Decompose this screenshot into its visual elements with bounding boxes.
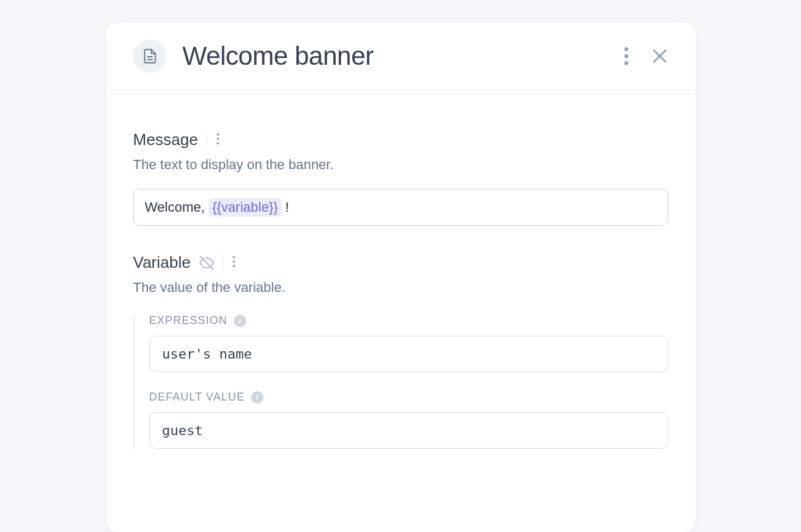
expression-label: EXPRESSION (149, 314, 228, 327)
svg-point-3 (624, 54, 628, 59)
svg-point-4 (624, 61, 628, 65)
info-icon[interactable]: i (234, 315, 246, 327)
close-button[interactable] (651, 48, 668, 65)
variable-token[interactable]: {{variable}} (209, 198, 281, 217)
header-actions (624, 47, 668, 65)
message-options-button[interactable] (216, 132, 220, 148)
modal-title: Welcome banner (183, 41, 624, 71)
expression-label-row: EXPRESSION i (149, 314, 668, 327)
variable-section-header: Variable (133, 253, 668, 272)
hidden-icon[interactable] (199, 256, 214, 270)
variable-description: The value of the variable. (133, 280, 668, 296)
info-icon[interactable]: i (251, 391, 264, 404)
modal-card: Welcome banner Message The (106, 22, 695, 532)
svg-point-2 (624, 48, 628, 52)
message-input[interactable]: Welcome, {{variable}} ! (133, 189, 668, 226)
svg-point-11 (233, 256, 235, 258)
variable-section-title: Variable (133, 253, 191, 272)
svg-point-7 (217, 133, 219, 135)
modal-header: Welcome banner (106, 22, 695, 91)
separator (207, 132, 207, 148)
svg-point-8 (217, 137, 219, 139)
default-value-input[interactable] (149, 412, 668, 449)
variable-subblock: EXPRESSION i DEFAULT VALUE i (133, 314, 668, 449)
variable-section: Variable The value of the variable. (133, 253, 668, 449)
more-options-button[interactable] (624, 47, 629, 65)
svg-point-9 (217, 142, 219, 144)
default-value-label: DEFAULT VALUE (149, 391, 245, 404)
message-section-title: Message (133, 130, 199, 149)
default-value-field: DEFAULT VALUE i (149, 391, 668, 449)
document-icon (133, 39, 167, 73)
modal-body: Message The text to display on the banne… (106, 91, 695, 449)
message-text-prefix: Welcome, (145, 199, 205, 215)
page-container: Welcome banner Message The (0, 0, 801, 532)
message-text-suffix: ! (285, 199, 289, 215)
separator (223, 255, 223, 271)
svg-line-10 (201, 257, 213, 269)
variable-options-button[interactable] (232, 255, 236, 271)
message-section: Message The text to display on the banne… (133, 130, 668, 226)
svg-point-12 (233, 260, 235, 262)
expression-input[interactable] (149, 336, 668, 372)
default-value-label-row: DEFAULT VALUE i (149, 391, 668, 404)
message-section-header: Message (133, 130, 668, 149)
expression-field: EXPRESSION i (149, 314, 668, 372)
message-description: The text to display on the banner. (133, 157, 668, 173)
svg-point-13 (233, 265, 235, 267)
